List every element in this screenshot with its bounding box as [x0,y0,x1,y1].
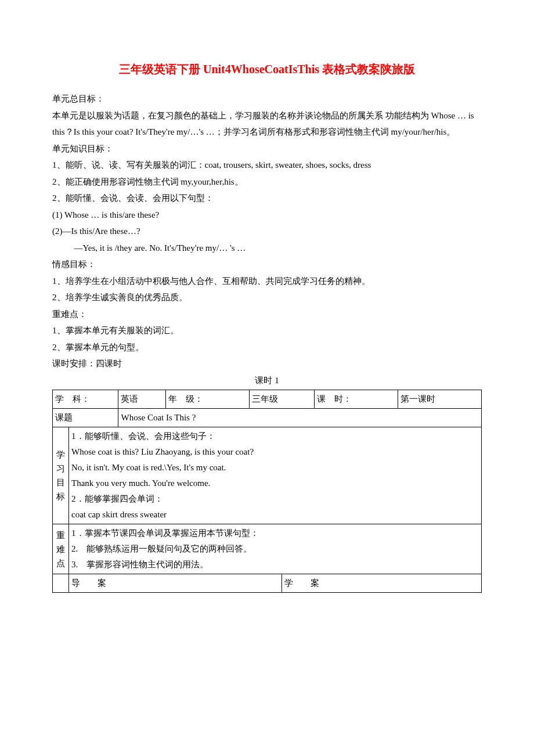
table-row: 学 习 目 标 1．能够听懂、会说、会用这些句子： Whose coat is … [53,427,482,524]
difficulty-line: 1．掌握本节课四会单词及掌握运用本节课句型： [71,525,479,541]
subject-label-cell: 学 科： [53,390,118,409]
study-label-cell: 学 案 [282,574,481,593]
learning-goal-char: 学 [56,450,65,459]
knowledge-goal-indented: —Yes, it is /they are. No. It's/They're … [52,240,482,257]
learning-goal-label-cell: 学 习 目 标 [53,427,69,524]
knowledge-goal-item: 2、能听懂、会说、会读、会用以下句型： [52,190,482,207]
emotion-goal-item: 2、培养学生诚实善良的优秀品质。 [52,289,482,306]
lesson-table: 学 科： 英语 年 级： 三年级 课 时： 第一课时 课题 Whose Coat… [52,390,482,593]
knowledge-goal-item: (2)—Is this/Are these…? [52,223,482,240]
learning-goal-line: Thank you very much. You're welcome. [71,476,479,491]
learning-goal-content-cell: 1．能够听懂、会说、会用这些句子： Whose coat is this? Li… [69,427,482,524]
knowledge-goal-label: 单元知识目标： [52,141,482,157]
document-body: 单元总目标： 本单元是以服装为话题，在复习颜色的基础上，学习服装的名称并谈论物品… [52,91,482,593]
difficulty-char: 重 [56,531,65,540]
lesson-caption: 课时 1 [52,372,482,389]
document-title: 三年级英语下册 Unit4WhoseCoatIsThis 表格式教案陕旅版 [52,58,482,80]
difficulty-char: 点 [56,559,65,568]
grade-label-cell: 年 级： [165,390,249,409]
emotion-goal-item: 1、培养学生在小组活动中积极与他人合作、互相帮助、共同完成学习任务的精神。 [52,273,482,290]
difficulties-item: 2、掌握本单元的句型。 [52,339,482,356]
subject-value-cell: 英语 [118,390,165,409]
difficulty-char: 难 [56,545,65,554]
topic-label-cell: 课题 [53,409,118,427]
knowledge-goal-item: 2、能正确使用形容词性物主代词 my,your,her,his。 [52,174,482,190]
knowledge-goal-item: 1、能听、说、读、写有关服装的词汇：coat, trousers, skirt,… [52,157,482,174]
learning-goal-line: 1．能够听懂、会说、会用这些句子： [71,429,479,444]
table-row: 课题 Whose Coat Is This ? [53,409,482,427]
difficulty-line: 2. 能够熟练运用一般疑问句及它的两种回答。 [71,541,479,557]
overall-goal-label: 单元总目标： [52,91,482,107]
overall-goal-text: 本单元是以服装为话题，在复习颜色的基础上，学习服装的名称并谈论物品的所属关系 功… [52,107,482,141]
table-row: 学 科： 英语 年 级： 三年级 课 时： 第一课时 [53,390,482,409]
knowledge-goal-item: (1) Whose … is this/are these? [52,207,482,224]
learning-goal-char: 习 [56,464,65,473]
topic-value-cell: Whose Coat Is This ? [118,409,482,427]
period-value-cell: 第一课时 [398,390,482,409]
learning-goal-line: No, it isn't. My coat is red.\Yes, It's … [71,460,479,476]
empty-cell [53,574,69,593]
difficulty-label-cell: 重 难 点 [53,524,69,574]
table-row: 导 案 学 案 [53,574,482,593]
learning-goal-line: Whose coat is this? Liu Zhaoyang, is thi… [71,444,479,460]
learning-goal-line: 2．能够掌握四会单词： [71,491,479,507]
difficulty-content-cell: 1．掌握本节课四会单词及掌握运用本节课句型： 2. 能够熟练运用一般疑问句及它的… [69,524,482,574]
guide-label-cell: 导 案 [69,574,282,593]
learning-goal-char: 标 [56,492,65,501]
schedule-text: 课时安排：四课时 [52,355,482,372]
learning-goal-char: 目 [56,478,65,487]
difficulties-item: 1、掌握本单元有关服装的词汇。 [52,322,482,339]
table-row: 重 难 点 1．掌握本节课四会单词及掌握运用本节课句型： 2. 能够熟练运用一般… [53,524,482,574]
period-label-cell: 课 时： [315,390,398,409]
emotion-goal-label: 情感目标： [52,256,482,273]
grade-value-cell: 三年级 [249,390,315,409]
difficulty-line: 3. 掌握形容词性物主代词的用法。 [71,557,479,573]
learning-goal-line: coat cap skirt dress sweater [71,507,479,523]
difficulties-label: 重难点： [52,306,482,323]
